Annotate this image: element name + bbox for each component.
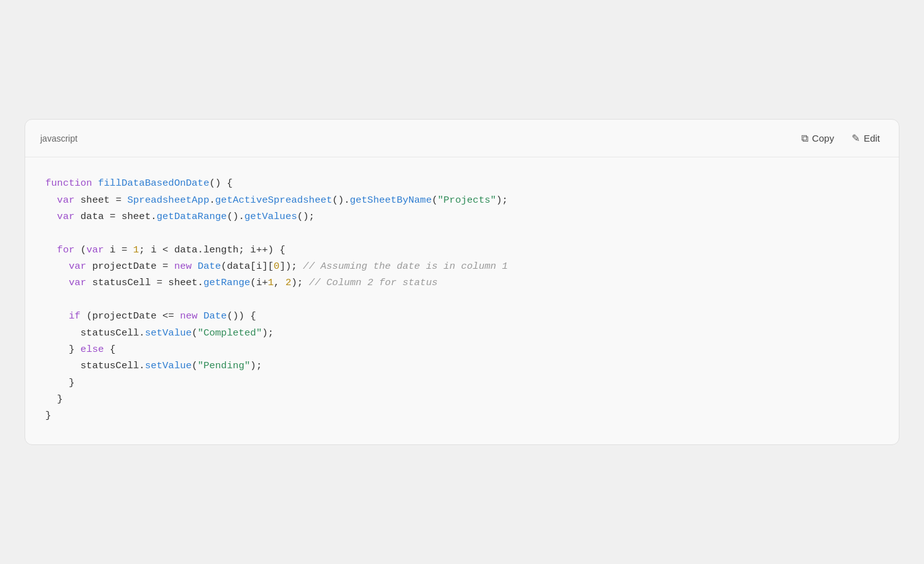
code-block: javascript ⧉ Copy ✎ Edit function fillDa…: [25, 119, 899, 444]
code-body: function fillDataBasedOnDate() { var she…: [25, 157, 899, 444]
code-header: javascript ⧉ Copy ✎ Edit: [25, 120, 899, 157]
header-actions: ⧉ Copy ✎ Edit: [797, 130, 884, 147]
copy-label: Copy: [812, 133, 834, 144]
edit-button[interactable]: ✎ Edit: [848, 130, 884, 147]
copy-button[interactable]: ⧉ Copy: [797, 130, 838, 147]
code-language: javascript: [40, 133, 77, 144]
copy-icon: ⧉: [801, 133, 808, 144]
code-content: function fillDataBasedOnDate() { var she…: [45, 175, 879, 424]
edit-icon: ✎: [852, 132, 860, 144]
edit-label: Edit: [864, 133, 880, 144]
